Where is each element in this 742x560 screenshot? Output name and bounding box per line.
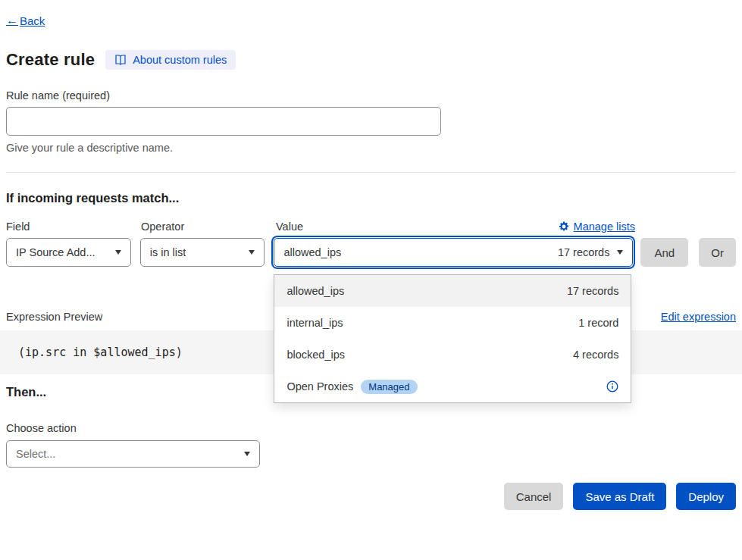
create-rule-page: ← Back Create rule About custom rules Ru… [0,0,742,560]
list-item-internal-ips[interactable]: internal_ips 1 record [274,307,631,339]
field-select[interactable]: IP Source Add... [6,238,131,267]
list-item-blocked-ips[interactable]: blocked_ips 4 records [274,339,631,371]
list-item-records: 1 record [578,317,618,329]
operator-select-value: is in list [150,246,186,258]
edit-expression-link[interactable]: Edit expression [661,311,736,323]
managed-badge: Managed [361,380,417,394]
action-select-placeholder: Select... [16,448,55,460]
expression-code: (ip.src in $allowed_ips) [18,346,183,359]
value-select[interactable]: allowed_ips 17 records [274,238,633,267]
rule-name-input[interactable] [6,107,441,136]
rule-name-label: Rule name (required) [6,89,736,102]
deploy-button[interactable]: Deploy [676,483,736,510]
list-item-name: internal_ips [286,317,343,329]
manage-lists-link[interactable]: Manage lists [559,221,635,233]
footer-actions: Cancel Save as Draft Deploy [6,483,736,510]
back-link[interactable]: ← Back [6,14,45,27]
list-item-name: allowed_ips [286,285,344,297]
match-section-heading: If incoming requests match... [6,191,736,205]
operator-label: Operator [141,221,267,233]
action-select[interactable]: Select... [6,440,260,468]
or-button[interactable]: Or [699,238,736,267]
info-icon[interactable] [606,380,618,393]
list-item-allowed-ips[interactable]: allowed_ips 17 records [274,275,631,307]
match-controls-row: IP Source Add... is in list allowed_ips … [6,238,736,267]
about-custom-rules-label: About custom rules [133,54,227,66]
choose-action-label: Choose action [6,422,736,434]
back-label: Back [20,14,45,27]
chevron-down-icon [617,250,623,255]
gear-icon [559,221,569,232]
book-icon [114,54,127,66]
operator-select[interactable]: is in list [140,238,265,267]
value-dropdown-menu: allowed_ips 17 records internal_ips 1 re… [274,274,631,403]
chevron-down-icon [115,250,121,255]
field-label: Field [6,221,132,233]
value-select-wrap: allowed_ips 17 records allowed_ips 17 re… [274,238,633,267]
list-item-open-proxies[interactable]: Open Proxies Managed [274,371,631,402]
title-row: Create rule About custom rules [6,50,736,70]
list-item-name: blocked_ips [286,349,345,361]
list-item-name: Open Proxies [286,380,353,393]
match-labels-row: Field Operator Value Manage lists [6,221,736,233]
page-title: Create rule [6,50,95,70]
expression-preview-label: Expression Preview [6,311,102,323]
about-custom-rules-link[interactable]: About custom rules [105,50,236,70]
chevron-down-icon [249,250,255,255]
list-item-records: 17 records [567,285,619,297]
section-divider [6,172,736,173]
and-button[interactable]: And [640,238,688,267]
value-label: Value [276,221,303,233]
back-arrow-icon: ← [6,14,18,27]
chevron-down-icon [244,452,250,456]
rule-name-helper: Give your rule a descriptive name. [6,142,736,154]
value-select-value: allowed_ips [283,246,341,258]
list-item-records: 4 records [573,349,618,361]
value-select-records: 17 records [558,246,610,258]
save-as-draft-button[interactable]: Save as Draft [573,483,666,510]
field-select-value: IP Source Add... [16,246,95,258]
cancel-button[interactable]: Cancel [504,483,564,510]
manage-lists-label: Manage lists [574,221,635,233]
